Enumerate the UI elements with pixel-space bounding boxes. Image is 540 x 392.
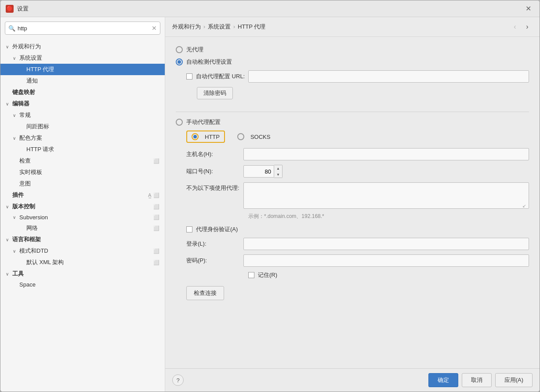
search-clear-icon[interactable]: ✕ (152, 25, 157, 32)
no-proxy-input[interactable] (243, 182, 529, 209)
auto-config-url-row: 自动代理配置 URL: (186, 70, 529, 83)
sidebar-item-space[interactable]: Space (0, 279, 165, 290)
sidebar-item-notifications[interactable]: 通知 (0, 75, 165, 87)
remember-checkbox[interactable] (248, 272, 254, 278)
main-content: 🔍 ✕ ∨ 外观和行为 ∨ 系统设置 (0, 17, 540, 392)
manual-proxy-radio[interactable] (176, 119, 183, 126)
port-input[interactable] (243, 165, 274, 178)
socks-radio-label: SOCKS (250, 134, 271, 140)
default-xml-icon: ⬜ (153, 260, 159, 265)
divider (176, 112, 529, 112)
breadcrumb-sep-0: › (203, 24, 205, 30)
auto-config-url-checkbox[interactable] (186, 73, 192, 80)
sidebar-item-tools[interactable]: ∨ 工具 (0, 268, 165, 279)
nav-back-button[interactable]: ‹ (510, 22, 520, 32)
breadcrumb-item-2: HTTP 代理 (238, 23, 265, 31)
settings-window: 🔴 设置 ✕ 🔍 ✕ ∨ 外观和行为 (0, 0, 540, 392)
sidebar-item-system-settings[interactable]: ∨ 系统设置 (0, 52, 165, 64)
bottom-bar: ? 确定 取消 应用(A) (165, 368, 540, 392)
no-proxy-input-wrap: ↙ (243, 182, 529, 210)
socks-radio[interactable] (237, 133, 244, 140)
window-title: 设置 (17, 5, 522, 13)
sidebar-item-vcs[interactable]: ∨ 版本控制 ⬜ (0, 201, 165, 212)
search-icon: 🔍 (8, 25, 15, 32)
search-input[interactable] (5, 22, 160, 35)
nav-forward-button[interactable]: › (522, 22, 533, 32)
sidebar-item-http-request[interactable]: HTTP 请求 (0, 144, 165, 155)
proxy-auth-checkbox[interactable] (186, 226, 192, 232)
sidebar-item-editor[interactable]: ∨ 编辑器 (0, 98, 165, 109)
breadcrumb: 外观和行为 › 系统设置 › HTTP 代理 ‹ › (165, 17, 540, 37)
breadcrumb-item-1: 系统设置 (208, 23, 231, 31)
example-text: 示例：*.domain.com、192.168.* (248, 213, 529, 220)
password-row: 密码(P): (186, 254, 529, 267)
login-input[interactable] (243, 238, 529, 250)
breadcrumb-nav: ‹ › (510, 22, 533, 32)
http-radio[interactable] (192, 133, 199, 140)
host-row: 主机名(H): (186, 148, 529, 160)
http-proxy-radio-wrap[interactable]: HTTP (186, 131, 225, 143)
http-radio-label: HTTP (205, 134, 220, 140)
check-connection-button[interactable]: 检查连接 (186, 286, 224, 300)
auto-detect-label: 自动检测代理设置 (186, 58, 232, 66)
sidebar-item-http-proxy[interactable]: HTTP 代理 (0, 64, 165, 75)
auto-detect-radio[interactable] (176, 58, 183, 65)
sidebar-item-schemas-dtd[interactable]: ∨ 模式和DTD ⬜ (0, 245, 165, 257)
sidebar-item-subversion[interactable]: ∨ Subversion ⬜ (0, 212, 165, 222)
title-bar: 🔴 设置 ✕ (0, 0, 540, 17)
settings-content: 无代理 自动检测代理设置 自动代理配置 URL: (165, 37, 540, 368)
port-increment-button[interactable]: ▲ (274, 165, 282, 171)
sidebar-item-network[interactable]: 网络 ⬜ (0, 222, 165, 234)
cancel-button[interactable]: 取消 (462, 373, 492, 387)
sidebar-tree: ∨ 外观和行为 ∨ 系统设置 HTTP 代理 (0, 39, 165, 392)
sidebar-item-appearance[interactable]: ∨ 外观和行为 (0, 41, 165, 52)
port-row: 端口号(N): ▲ ▼ (186, 165, 529, 178)
vcs-icon: ⬜ (153, 204, 159, 210)
inspection-icon: ⬜ (153, 158, 159, 164)
auto-config-url-input[interactable] (248, 70, 529, 83)
auto-config-url-label: 自动代理配置 URL: (196, 73, 245, 80)
app-icon: 🔴 (6, 5, 14, 13)
sidebar-item-live-templates[interactable]: 实时模板 (0, 167, 165, 178)
no-proxy-option[interactable]: 无代理 (176, 46, 529, 54)
manual-proxy-option[interactable]: 手动代理配置 (176, 118, 529, 126)
password-label: 密码(P): (186, 257, 243, 265)
ok-button[interactable]: 确定 (428, 373, 458, 387)
sidebar-item-lang-framework[interactable]: ∨ 语言和框架 (0, 234, 165, 245)
close-button[interactable]: ✕ (522, 3, 534, 15)
sidebar-item-plugins[interactable]: 插件 A̲ ⬜ (0, 189, 165, 201)
subversion-icon: ⬜ (153, 214, 159, 220)
password-input[interactable] (243, 254, 529, 267)
schemas-icon: ⬜ (153, 248, 159, 254)
help-button[interactable]: ? (172, 374, 184, 386)
sidebar-item-default-xml[interactable]: 默认 XML 架构 ⬜ (0, 257, 165, 268)
clear-password-button[interactable]: 清除密码 (197, 87, 233, 99)
login-label: 登录(L): (186, 240, 243, 248)
apply-button[interactable]: 应用(A) (495, 373, 533, 387)
auto-config-section: 自动代理配置 URL: (186, 70, 529, 83)
manual-proxy-label: 手动代理配置 (186, 118, 221, 126)
auto-detect-option[interactable]: 自动检测代理设置 (176, 58, 529, 66)
sidebar: 🔍 ✕ ∨ 外观和行为 ∨ 系统设置 (0, 17, 165, 392)
host-label: 主机名(H): (186, 150, 243, 158)
sidebar-item-icon-spacing[interactable]: 间距图标 (0, 121, 165, 132)
sidebar-item-inspection[interactable]: 检查 ⬜ (0, 155, 165, 167)
plugins-square-icon: ⬜ (153, 192, 159, 198)
sidebar-item-intentions[interactable]: 意图 (0, 178, 165, 189)
sidebar-item-general[interactable]: ∨ 常规 (0, 109, 165, 121)
search-box: 🔍 ✕ (5, 22, 160, 35)
port-input-wrap: ▲ ▼ (243, 165, 283, 178)
host-input[interactable] (243, 148, 529, 160)
sidebar-item-keymaps[interactable]: 键盘映射 (0, 87, 165, 98)
sidebar-item-color-scheme[interactable]: ∨ 配色方案 (0, 132, 165, 144)
port-decrement-button[interactable]: ▼ (274, 171, 282, 178)
login-row: 登录(L): (186, 238, 529, 250)
proxy-type-row: HTTP SOCKS (186, 131, 529, 143)
proxy-auth-label: 代理身份验证(A) (196, 225, 238, 233)
no-proxy-for-row: 不为以下项使用代理: ↙ (186, 182, 529, 210)
no-proxy-radio[interactable] (176, 46, 183, 53)
resize-icon: ↙ (522, 203, 528, 209)
breadcrumb-item-0: 外观和行为 (172, 23, 201, 31)
socks-proxy-radio-wrap[interactable]: SOCKS (232, 131, 276, 143)
port-spinners: ▲ ▼ (274, 165, 283, 178)
